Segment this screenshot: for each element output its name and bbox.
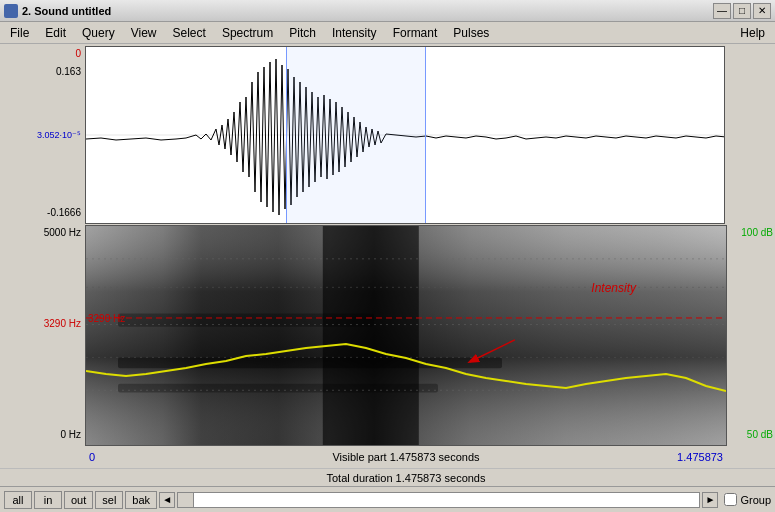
spec-right-bottom-label: 50 dB xyxy=(747,429,773,440)
title-controls[interactable]: — □ ✕ xyxy=(713,3,771,19)
menu-intensity[interactable]: Intensity xyxy=(324,24,385,42)
waveform-right-spacer xyxy=(727,46,775,224)
time-start: 0 xyxy=(89,451,95,463)
status-text: Total duration 1.475873 seconds xyxy=(85,472,727,484)
title-bar: 2. Sound untitled — □ ✕ xyxy=(0,0,775,22)
svg-rect-6 xyxy=(118,314,374,327)
menu-help[interactable]: Help xyxy=(732,24,773,42)
spectrogram-left-axis: 5000 Hz 3290 Hz 0 Hz xyxy=(0,225,85,446)
menu-spectrum[interactable]: Spectrum xyxy=(214,24,281,42)
spec-hz-label: 3290 Hz xyxy=(88,312,125,323)
spectrogram-right-axis: 100 dB 50 dB xyxy=(727,225,775,446)
time-axis: 0 Visible part 1.475873 seconds 1.475873 xyxy=(0,446,775,468)
in-button[interactable]: in xyxy=(34,491,62,509)
menu-formant[interactable]: Formant xyxy=(385,24,446,42)
scroll-right-button[interactable]: ► xyxy=(702,492,718,508)
waveform-top-label: 0 xyxy=(75,48,81,59)
spec-right-top-label: 100 dB xyxy=(741,227,773,238)
waveform-display xyxy=(85,46,725,224)
window-icon xyxy=(4,4,18,18)
scroll-left-button[interactable]: ◄ xyxy=(159,492,175,508)
intensity-label: Intensity xyxy=(591,281,636,295)
maximize-button[interactable]: □ xyxy=(733,3,751,19)
scroll-track[interactable] xyxy=(177,492,700,508)
waveform-left-axis: 0 0.163 3.052·10⁻⁵ -0.1666 xyxy=(0,46,85,224)
menu-query[interactable]: Query xyxy=(74,24,123,42)
menu-pitch[interactable]: Pitch xyxy=(281,24,324,42)
menu-pulses[interactable]: Pulses xyxy=(445,24,497,42)
bottom-controls: all in out sel bak ◄ ► Group xyxy=(0,486,775,512)
minimize-button[interactable]: — xyxy=(713,3,731,19)
close-button[interactable]: ✕ xyxy=(753,3,771,19)
menu-view[interactable]: View xyxy=(123,24,165,42)
waveform-lower-label: -0.1666 xyxy=(47,207,81,218)
menu-edit[interactable]: Edit xyxy=(37,24,74,42)
scroll-thumb[interactable] xyxy=(178,493,194,507)
spec-bottom-label: 0 Hz xyxy=(60,429,81,440)
group-area: Group xyxy=(724,493,771,506)
spectrogram-section: 5000 Hz 3290 Hz 0 Hz xyxy=(0,225,775,446)
status-bar: Total duration 1.475873 seconds xyxy=(0,468,775,486)
menu-bar: File Edit Query View Select Spectrum Pit… xyxy=(0,22,775,44)
time-end: 1.475873 xyxy=(677,451,723,463)
spectrogram-display: Intensity 3290 Hz xyxy=(85,225,727,446)
svg-rect-5 xyxy=(118,384,438,393)
out-button[interactable]: out xyxy=(64,491,93,509)
spec-top-label: 5000 Hz xyxy=(44,227,81,238)
sel-button[interactable]: sel xyxy=(95,491,123,509)
waveform-middle-label: 3.052·10⁻⁵ xyxy=(37,130,81,140)
group-label: Group xyxy=(740,494,771,506)
group-checkbox[interactable] xyxy=(724,493,737,506)
menu-file[interactable]: File xyxy=(2,24,37,42)
bak-button[interactable]: bak xyxy=(125,491,157,509)
window-title: 2. Sound untitled xyxy=(4,4,111,18)
spec-middle-label: 3290 Hz xyxy=(44,318,81,329)
spectrogram-svg xyxy=(86,226,726,445)
waveform-upper-label: 0.163 xyxy=(56,66,81,77)
all-button[interactable]: all xyxy=(4,491,32,509)
menu-select[interactable]: Select xyxy=(165,24,214,42)
time-center: Visible part 1.475873 seconds xyxy=(332,451,479,463)
